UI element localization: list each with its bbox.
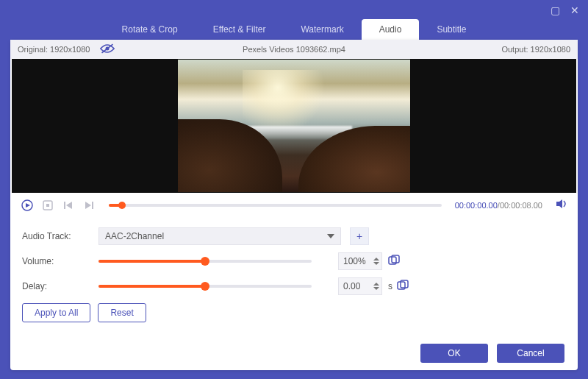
volume-step-down[interactable] — [373, 262, 379, 265]
titlebar: ▢ ✕ — [0, 0, 588, 21]
delay-value-box[interactable]: 0.00 — [338, 277, 382, 295]
delay-step-up[interactable] — [373, 283, 379, 286]
ok-button[interactable]: OK — [420, 344, 488, 363]
delay-slider[interactable] — [98, 285, 312, 288]
editor-tabs: Rotate & Crop Effect & Filter Watermark … — [0, 21, 588, 40]
reset-button[interactable]: Reset — [98, 303, 146, 322]
delay-unit: s — [388, 281, 392, 291]
volume-label: Volume: — [22, 256, 98, 266]
svg-rect-6 — [64, 202, 65, 209]
chevron-down-icon — [327, 234, 334, 238]
maximize-button[interactable]: ▢ — [551, 4, 560, 16]
delay-label: Delay: — [22, 281, 98, 291]
audio-form: Audio Track: AAC-2Channel + Volume: 100%… — [10, 218, 578, 299]
svg-marker-8 — [85, 202, 91, 209]
volume-icon[interactable] — [556, 198, 567, 213]
volume-value: 100% — [343, 256, 366, 266]
seek-slider[interactable] — [109, 204, 442, 207]
tab-watermark[interactable]: Watermark — [283, 19, 361, 40]
output-resolution: Output: 1920x1080 — [501, 45, 570, 54]
video-preview — [12, 59, 576, 193]
prev-frame-button[interactable] — [62, 199, 75, 212]
audio-track-value: AAC-2Channel — [105, 231, 164, 241]
stop-button[interactable] — [41, 199, 54, 212]
svg-marker-10 — [556, 199, 562, 208]
time-display: 00:00:00.00/00:00:08.00 — [455, 201, 542, 210]
main-panel: Original: 1920x1080 Pexels Videos 109366… — [10, 40, 578, 370]
svg-rect-5 — [46, 204, 49, 207]
delay-link-icon[interactable] — [397, 280, 409, 294]
info-bar: Original: 1920x1080 Pexels Videos 109366… — [10, 40, 578, 59]
delay-step-down[interactable] — [373, 287, 379, 290]
svg-marker-7 — [66, 202, 72, 209]
tab-rotate-crop[interactable]: Rotate & Crop — [104, 19, 196, 40]
delay-value: 0.00 — [343, 281, 360, 291]
play-button[interactable] — [21, 199, 34, 212]
tab-effect-filter[interactable]: Effect & Filter — [196, 19, 284, 40]
video-frame — [178, 60, 410, 192]
tab-subtitle[interactable]: Subtitle — [419, 19, 484, 40]
apply-to-all-button[interactable]: Apply to All — [22, 303, 90, 322]
volume-link-icon[interactable] — [388, 255, 400, 269]
close-button[interactable]: ✕ — [570, 4, 579, 16]
transport-bar: 00:00:00.00/00:00:08.00 — [10, 193, 578, 218]
preview-visibility-icon[interactable] — [100, 43, 115, 55]
svg-marker-3 — [26, 203, 30, 208]
original-resolution: Original: 1920x1080 — [18, 45, 90, 54]
cancel-button[interactable]: Cancel — [497, 344, 564, 363]
tab-audio[interactable]: Audio — [362, 19, 420, 40]
audio-track-label: Audio Track: — [22, 231, 98, 241]
footer: OK Cancel — [10, 336, 578, 370]
audio-track-select[interactable]: AAC-2Channel — [98, 227, 341, 245]
volume-value-box[interactable]: 100% — [338, 252, 382, 270]
volume-slider[interactable] — [98, 260, 312, 263]
volume-step-up[interactable] — [373, 258, 379, 261]
svg-rect-9 — [92, 202, 93, 209]
next-frame-button[interactable] — [82, 199, 96, 212]
add-audio-track-button[interactable]: + — [350, 227, 369, 245]
